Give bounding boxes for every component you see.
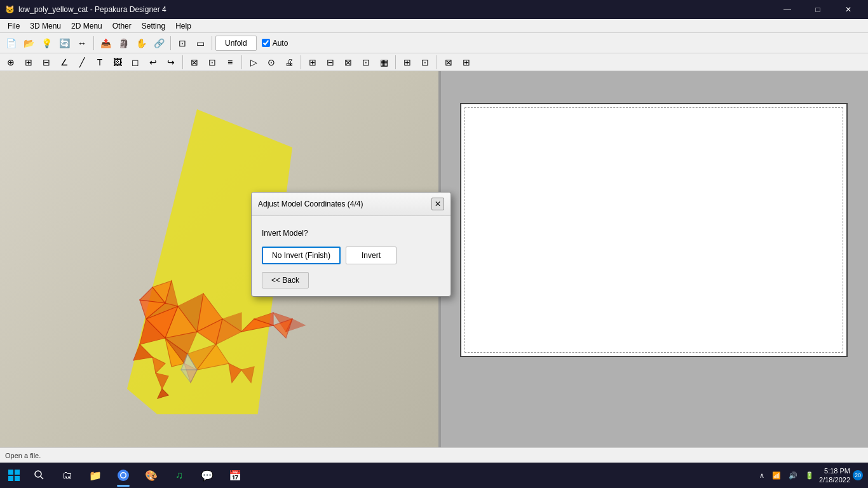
dialog-action-buttons: No Invert (Finish) Invert bbox=[262, 247, 440, 264]
rotate-button[interactable]: 🔄 bbox=[56, 35, 72, 51]
flip-button[interactable]: ↔ bbox=[74, 35, 90, 51]
taskbar-calendar-button[interactable]: 📅 bbox=[221, 463, 249, 488]
tb2-btn5[interactable]: ╱ bbox=[74, 54, 90, 71]
menu-setting[interactable]: Setting bbox=[137, 19, 170, 33]
menu-2d[interactable]: 2D Menu bbox=[66, 19, 107, 33]
auto-check-label[interactable]: Auto bbox=[258, 39, 292, 48]
search-icon bbox=[34, 470, 44, 480]
sep4 bbox=[182, 55, 183, 69]
statusbar: Open a file. bbox=[0, 447, 868, 463]
svg-line-38 bbox=[41, 477, 43, 479]
taskbar: 🗂 📁 🎨 ♫ 💬 📅 ∧ 📶 🔊 🔋 5:18 PM 2/18/2022 20 bbox=[0, 463, 868, 488]
move-button[interactable]: ✋ bbox=[133, 35, 149, 51]
light-button[interactable]: 💡 bbox=[38, 35, 55, 51]
page-button[interactable]: ▭ bbox=[192, 35, 208, 51]
export-button[interactable]: 📤 bbox=[97, 35, 114, 51]
sep5 bbox=[241, 55, 242, 69]
paper-dashed-border bbox=[465, 107, 843, 353]
battery-icon[interactable]: 🔋 bbox=[803, 470, 817, 481]
dialog-title: Adjust Model Coordinates (4/4) bbox=[258, 200, 363, 208]
tb2-redo[interactable]: ↪ bbox=[163, 54, 179, 71]
sep8 bbox=[437, 55, 437, 69]
tb2-btn7[interactable]: 🖼 bbox=[109, 54, 126, 71]
invert-question: Invert Model? bbox=[262, 229, 440, 238]
clock-time: 5:18 PM bbox=[819, 466, 850, 475]
link-button[interactable]: 🔗 bbox=[151, 35, 167, 51]
split-view-button[interactable]: ⊡ bbox=[174, 35, 191, 51]
tb2-e[interactable]: ⊠ bbox=[340, 54, 356, 71]
start-button[interactable] bbox=[0, 463, 28, 488]
volume-icon[interactable]: 🔊 bbox=[786, 470, 800, 481]
tb2-num[interactable]: ≡ bbox=[222, 54, 238, 71]
taskbar-folder-button[interactable]: 📁 bbox=[81, 463, 109, 488]
sep3 bbox=[212, 36, 212, 50]
tb2-undo[interactable]: ↩ bbox=[145, 54, 161, 71]
sep2 bbox=[170, 36, 171, 50]
taskbar-files-button[interactable]: 🗂 bbox=[53, 463, 81, 488]
tb2-f[interactable]: ⊡ bbox=[358, 54, 374, 71]
menu-file[interactable]: File bbox=[3, 19, 25, 33]
view3d-button[interactable]: 🗿 bbox=[115, 35, 132, 51]
taskbar-icons: 🗂 📁 🎨 ♫ 💬 📅 bbox=[53, 463, 249, 488]
no-invert-button[interactable]: No Invert (Finish) bbox=[262, 247, 341, 264]
tb2-h[interactable]: ⊡ bbox=[417, 54, 433, 71]
adjust-model-dialog: Adjust Model Coordinates (4/4) ✕ Invert … bbox=[251, 192, 451, 297]
sep6 bbox=[301, 55, 301, 69]
tb2-zoom[interactable]: ⊡ bbox=[204, 54, 220, 71]
dialog-body: Invert Model? No Invert (Finish) Invert … bbox=[252, 216, 451, 296]
maximize-button[interactable]: □ bbox=[803, 0, 832, 19]
titlebar: 🐱 low_poly_yellow_cat - Pepakura Designe… bbox=[0, 0, 868, 19]
back-button[interactable]: << Back bbox=[262, 272, 309, 288]
new-button[interactable]: 📄 bbox=[3, 35, 19, 51]
clock-date: 2/18/2022 bbox=[819, 475, 850, 484]
tb2-btn6[interactable]: T bbox=[92, 54, 108, 71]
taskbar-browser-button[interactable] bbox=[109, 463, 137, 488]
unfold-button[interactable]: Unfold bbox=[215, 36, 257, 51]
status-text: Open a file. bbox=[5, 452, 41, 459]
dialog-titlebar: Adjust Model Coordinates (4/4) ✕ bbox=[252, 193, 451, 216]
menu-other[interactable]: Other bbox=[107, 19, 137, 33]
tb2-btn2[interactable]: ⊞ bbox=[20, 54, 37, 71]
workspace: Adjust Model Coordinates (4/4) ✕ Invert … bbox=[0, 71, 868, 447]
paper-area bbox=[460, 103, 848, 357]
app-icon: 🐱 bbox=[5, 5, 15, 14]
svg-rect-34 bbox=[15, 470, 20, 475]
tb2-btn3[interactable]: ⊟ bbox=[38, 54, 55, 71]
close-button[interactable]: ✕ bbox=[834, 0, 863, 19]
tb2-bar[interactable]: ▦ bbox=[376, 54, 392, 71]
tb2-btn4[interactable]: ∠ bbox=[56, 54, 72, 71]
auto-label: Auto bbox=[273, 39, 288, 48]
tb2-i[interactable]: ⊠ bbox=[440, 54, 457, 71]
taskbar-up-arrow[interactable]: ∧ bbox=[757, 470, 767, 481]
taskbar-clock[interactable]: 5:18 PM 2/18/2022 bbox=[819, 466, 850, 485]
taskbar-paint-button[interactable]: 🎨 bbox=[137, 463, 165, 488]
tb2-b[interactable]: ⊙ bbox=[263, 54, 280, 71]
tb2-a[interactable]: ▷ bbox=[245, 54, 262, 71]
wifi-icon[interactable]: 📶 bbox=[770, 470, 783, 481]
tb2-g[interactable]: ⊞ bbox=[399, 54, 416, 71]
search-button[interactable] bbox=[28, 463, 51, 488]
open-button[interactable]: 📂 bbox=[20, 35, 37, 51]
minimize-button[interactable]: — bbox=[773, 0, 802, 19]
toolbar2: ⊕ ⊞ ⊟ ∠ ╱ T 🖼 ◻ ↩ ↪ ⊠ ⊡ ≡ ▷ ⊙ 🖨 ⊞ ⊟ ⊠ ⊡ … bbox=[0, 53, 868, 71]
tb2-d[interactable]: ⊟ bbox=[322, 54, 339, 71]
dialog-close-button[interactable]: ✕ bbox=[431, 198, 444, 210]
tb2-c[interactable]: ⊞ bbox=[304, 54, 321, 71]
notification-badge[interactable]: 20 bbox=[853, 470, 863, 480]
svg-point-37 bbox=[35, 471, 41, 477]
tb2-btn8[interactable]: ◻ bbox=[127, 54, 144, 71]
view2d[interactable] bbox=[441, 71, 868, 447]
invert-button[interactable]: Invert bbox=[346, 247, 397, 264]
tb2-btn1[interactable]: ⊕ bbox=[3, 54, 19, 71]
tb2-print[interactable]: 🖨 bbox=[281, 54, 297, 71]
auto-checkbox[interactable] bbox=[262, 39, 270, 47]
menu-3d[interactable]: 3D Menu bbox=[25, 19, 66, 33]
taskbar-music-button[interactable]: ♫ bbox=[165, 463, 193, 488]
windows-icon bbox=[8, 470, 20, 481]
taskbar-chat-button[interactable]: 💬 bbox=[193, 463, 221, 488]
tb2-j[interactable]: ⊞ bbox=[458, 54, 475, 71]
tb2-fold[interactable]: ⊠ bbox=[186, 54, 203, 71]
svg-point-41 bbox=[121, 473, 126, 478]
menubar: File 3D Menu 2D Menu Other Setting Help bbox=[0, 19, 868, 33]
menu-help[interactable]: Help bbox=[170, 19, 196, 33]
